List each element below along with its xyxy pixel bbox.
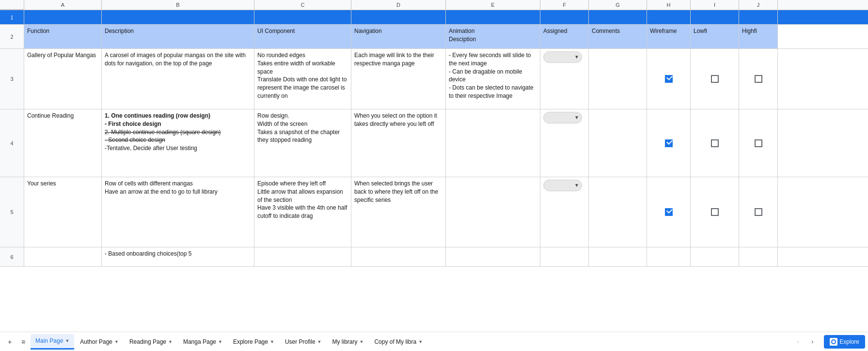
- col-header-i[interactable]: I: [691, 0, 739, 10]
- cell-2b[interactable]: Description: [102, 25, 254, 48]
- cell-6h[interactable]: [647, 247, 691, 266]
- cell-1i[interactable]: [691, 10, 739, 24]
- cell-6i[interactable]: [691, 247, 739, 266]
- cell-2i[interactable]: Lowfi: [691, 25, 739, 48]
- cell-1d[interactable]: [351, 10, 446, 24]
- assigned-dropdown-4[interactable]: [543, 112, 582, 123]
- cell-1h[interactable]: [647, 10, 691, 24]
- cell-2c[interactable]: UI Component: [254, 25, 351, 48]
- tab-main-page[interactable]: Main Page ▼: [31, 334, 74, 350]
- highfi-checkbox-4[interactable]: [755, 139, 762, 147]
- col-header-c[interactable]: C: [254, 0, 351, 10]
- cell-6j[interactable]: [739, 247, 778, 266]
- cell-6e[interactable]: [446, 247, 540, 266]
- cell-1b[interactable]: [102, 10, 254, 24]
- cell-1g[interactable]: [589, 10, 647, 24]
- cell-5h[interactable]: [647, 177, 691, 247]
- table-row: 6 - Based onboarding choices(top 5: [0, 247, 868, 267]
- highfi-checkbox-5[interactable]: [755, 208, 762, 216]
- col-header-f[interactable]: F: [540, 0, 589, 10]
- cell-6a[interactable]: [24, 247, 102, 266]
- cell-3a[interactable]: Gallery of Popular Mangas: [24, 49, 102, 109]
- next-sheet-button[interactable]: ›: [805, 335, 819, 349]
- cell-1e[interactable]: [446, 10, 540, 24]
- cell-5f[interactable]: ▼: [540, 177, 589, 247]
- cell-5d[interactable]: When selected brings the user back to wh…: [351, 177, 446, 247]
- cell-2g[interactable]: Comments: [589, 25, 647, 48]
- cell-5b[interactable]: Row of cells with different mangasHave a…: [102, 177, 254, 247]
- cell-5e[interactable]: [446, 177, 540, 247]
- cell-3c[interactable]: No rounded edgesTakes entire width of wo…: [254, 49, 351, 109]
- sheet-menu-button[interactable]: ≡: [16, 335, 30, 349]
- lowfi-checkbox-5[interactable]: [711, 208, 719, 216]
- col-header-b[interactable]: B: [102, 0, 254, 10]
- explore-button[interactable]: Explore: [824, 335, 865, 349]
- cell-1f[interactable]: [540, 10, 589, 24]
- cell-6g[interactable]: [589, 247, 647, 266]
- cell-4f[interactable]: ▼: [540, 109, 589, 177]
- wireframe-checkbox-4[interactable]: [665, 139, 673, 147]
- cell-3i[interactable]: [691, 49, 739, 109]
- cell-6c[interactable]: [254, 247, 351, 266]
- cell-5j[interactable]: [739, 177, 778, 247]
- cell-2h[interactable]: Wireframe: [647, 25, 691, 48]
- cell-3j[interactable]: [739, 49, 778, 109]
- col-header-a[interactable]: A: [24, 0, 102, 10]
- desc-bold-line: 1. One continues reading (row design)- F…: [105, 112, 210, 127]
- tab-main-page-label: Main Page: [35, 337, 63, 344]
- tab-author-page[interactable]: Author Page ▼: [75, 334, 124, 350]
- col-header-d[interactable]: D: [351, 0, 446, 10]
- cell-2a[interactable]: Function: [24, 25, 102, 48]
- cell-2f[interactable]: Assigned: [540, 25, 589, 48]
- tab-explore-page[interactable]: Explore Page ▼: [228, 334, 279, 350]
- cell-3e[interactable]: - Every few seconds will slide to the ne…: [446, 49, 540, 109]
- assigned-dropdown-3[interactable]: [543, 51, 582, 63]
- cell-5c[interactable]: Episode where they left offLittle arrow …: [254, 177, 351, 247]
- cell-4j[interactable]: [739, 109, 778, 177]
- desc-strike2: - Second choice design: [105, 137, 165, 143]
- lowfi-checkbox-3[interactable]: [711, 75, 719, 83]
- cell-4i[interactable]: [691, 109, 739, 177]
- cell-1c[interactable]: [254, 10, 351, 24]
- cell-5g[interactable]: [589, 177, 647, 247]
- cell-3d[interactable]: Each image will link to the their respec…: [351, 49, 446, 109]
- add-sheet-button[interactable]: +: [3, 335, 16, 349]
- highfi-checkbox-3[interactable]: [755, 75, 762, 83]
- cell-4a[interactable]: Continue Reading: [24, 109, 102, 177]
- cell-3f[interactable]: ▼: [540, 49, 589, 109]
- cell-5a[interactable]: Your series: [24, 177, 102, 247]
- cell-2j[interactable]: Highfi: [739, 25, 778, 48]
- cell-6b[interactable]: - Based onboarding choices(top 5: [102, 247, 254, 266]
- tab-copy-my-libra[interactable]: Copy of My libra ▼: [369, 334, 427, 350]
- cell-1j[interactable]: [739, 10, 778, 24]
- tab-manga-page[interactable]: Manga Page ▼: [178, 334, 227, 350]
- cell-3h[interactable]: [647, 49, 691, 109]
- cell-6d[interactable]: [351, 247, 446, 266]
- cell-4d[interactable]: When you select on the option it takes d…: [351, 109, 446, 177]
- cell-2e[interactable]: AnimationDesciption: [446, 25, 540, 48]
- tab-user-profile[interactable]: User Profile ▼: [280, 334, 327, 350]
- tab-my-library[interactable]: My library ▼: [327, 334, 368, 350]
- table-row[interactable]: 1: [0, 10, 868, 25]
- cell-4c[interactable]: Row design.Width of the screenTakes a sn…: [254, 109, 351, 177]
- assigned-dropdown-5[interactable]: [543, 180, 582, 191]
- cell-1a[interactable]: [24, 10, 102, 24]
- col-header-e[interactable]: E: [446, 0, 540, 10]
- lowfi-checkbox-4[interactable]: [711, 139, 719, 147]
- cell-3b[interactable]: A carosel of images of popular mangas on…: [102, 49, 254, 109]
- cell-4h[interactable]: [647, 109, 691, 177]
- cell-4b[interactable]: 1. One continues reading (row design)- F…: [102, 109, 254, 177]
- cell-6f[interactable]: [540, 247, 589, 266]
- wireframe-checkbox-3[interactable]: [665, 75, 673, 83]
- col-header-g[interactable]: G: [589, 0, 647, 10]
- cell-4g[interactable]: [589, 109, 647, 177]
- cell-5i[interactable]: [691, 177, 739, 247]
- col-header-j[interactable]: J: [739, 0, 778, 10]
- cell-3g[interactable]: [589, 49, 647, 109]
- cell-2d[interactable]: Navigation: [351, 25, 446, 48]
- prev-sheet-button[interactable]: ‹: [791, 335, 805, 349]
- col-header-h[interactable]: H: [647, 0, 691, 10]
- tab-reading-page[interactable]: Reading Page ▼: [125, 334, 177, 350]
- wireframe-checkbox-5[interactable]: [665, 208, 673, 216]
- cell-4e[interactable]: [446, 109, 540, 177]
